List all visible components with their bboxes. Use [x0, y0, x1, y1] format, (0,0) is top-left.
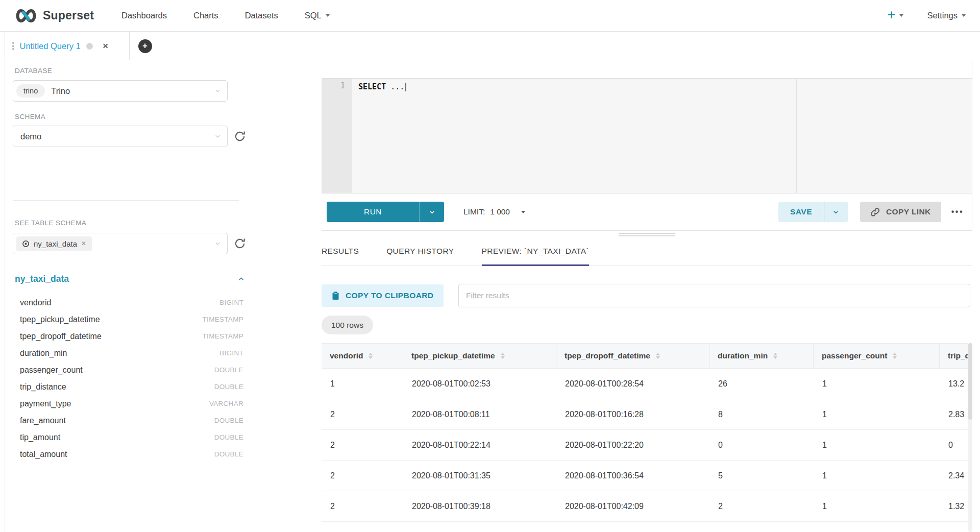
chevron-down-icon — [326, 14, 330, 17]
editor-gutter: 1 — [322, 79, 352, 193]
column-header-trip-distance[interactable]: trip_distance — [940, 344, 968, 368]
collapse-chevron-up-icon[interactable] — [237, 275, 246, 283]
table-row[interactable]: 2 2020-08-01T00:22:14 2020-08-01T00:22:2… — [322, 430, 968, 461]
main-nav: Dashboards Charts Datasets SQL — [121, 11, 330, 20]
table-schema-label: SEE TABLE SCHEMA — [15, 219, 86, 227]
sidebar-divider — [13, 200, 239, 201]
table-columns-list: vendoridBIGINT tpep_pickup_datetimeTIMES… — [13, 294, 243, 463]
copy-link-button[interactable]: COPY LINK — [860, 202, 941, 222]
sort-icon[interactable] — [501, 353, 505, 359]
run-options-button[interactable] — [419, 202, 444, 222]
more-actions-button[interactable]: ••• — [951, 207, 964, 216]
copy-to-clipboard-button[interactable]: COPY TO CLIPBOARD — [322, 284, 444, 307]
superset-sql-lab: Superset Dashboards Charts Datasets SQL … — [0, 0, 980, 532]
infinity-logo-icon — [14, 8, 38, 23]
tab-untitled-query[interactable]: Untitled Query 1 ✕ — [5, 32, 130, 60]
sql-editor[interactable]: 1 SELECT ... — [322, 78, 972, 194]
column-header-dropoff[interactable]: tpep_dropoff_datetime — [556, 344, 709, 368]
text-cursor — [405, 83, 406, 91]
schema-label: SCHEMA — [15, 113, 45, 120]
tab-label: Untitled Query 1 — [20, 41, 81, 51]
schema-column-row[interactable]: tpep_pickup_datetimeTIMESTAMP — [13, 311, 243, 328]
link-icon — [870, 207, 880, 217]
schema-column-row[interactable]: duration_minBIGINT — [13, 345, 243, 361]
schema-column-row[interactable]: total_amountDOUBLE — [13, 446, 243, 463]
table-row[interactable]: 2 2020-08-01T00:08:11 2020-08-01T00:16:2… — [322, 399, 968, 430]
column-header-pickup[interactable]: tpep_pickup_datetime — [403, 344, 556, 368]
sort-icon[interactable] — [893, 353, 897, 359]
schema-column-row[interactable]: tip_amountDOUBLE — [13, 429, 243, 446]
table-name: ny_taxi_data — [15, 274, 69, 284]
print-margin-line — [796, 79, 797, 193]
database-value: Trino — [51, 86, 70, 96]
settings-menu[interactable]: Settings — [927, 11, 966, 20]
tab-query-history[interactable]: QUERY HISTORY — [386, 247, 454, 265]
schema-value: demo — [20, 132, 41, 141]
limit-label: LIMIT: — [463, 207, 485, 216]
refresh-schemas-button[interactable] — [233, 129, 247, 143]
database-type-tag: trino — [16, 84, 45, 98]
sql-lab-sidebar: DATABASE trino Trino SCHEMA demo SEE TAB… — [5, 60, 317, 532]
sort-icon[interactable] — [369, 353, 373, 359]
schema-column-row[interactable]: passenger_countDOUBLE — [13, 361, 243, 378]
table-row[interactable]: 1 2020-08-01T00:02:53 2020-08-01T00:28:5… — [322, 369, 968, 399]
save-button[interactable]: SAVE — [778, 202, 824, 222]
chevron-down-icon — [214, 87, 222, 95]
add-tab-button[interactable]: + — [138, 39, 152, 53]
tab-preview-ny-taxi-data[interactable]: PREVIEW: `NY_TAXI_DATA` — [482, 247, 589, 265]
sort-icon[interactable] — [656, 353, 660, 359]
chevron-down-icon — [214, 133, 222, 140]
run-split-button: RUN — [327, 202, 444, 222]
nav-charts[interactable]: Charts — [193, 11, 218, 20]
table-schema-card-header[interactable]: ny_taxi_data — [15, 274, 246, 284]
remove-table-icon[interactable]: ✕ — [81, 240, 86, 247]
schema-select[interactable]: demo — [13, 126, 228, 147]
clipboard-icon — [332, 291, 339, 300]
close-tab-icon[interactable]: ✕ — [103, 42, 109, 50]
chevron-down-icon — [962, 14, 966, 17]
column-header-passenger-count[interactable]: passenger_count — [814, 344, 940, 368]
schema-column-row[interactable]: fare_amountDOUBLE — [13, 412, 243, 429]
scrollbar-thumb[interactable] — [968, 343, 972, 420]
table-row[interactable]: 2 2020-08-01T00:31:35 2020-08-01T00:36:5… — [322, 461, 968, 491]
sort-icon[interactable] — [773, 353, 777, 359]
editor-pane: 1 SELECT ... RUN LIMIT: 1 000 SAVE — [322, 60, 972, 231]
results-pane: RESULTS QUERY HISTORY PREVIEW: `NY_TAXI_… — [322, 231, 972, 532]
nav-dashboards[interactable]: Dashboards — [121, 11, 167, 20]
drag-handle-icon — [12, 42, 14, 50]
column-header-duration[interactable]: duration_min — [709, 344, 814, 368]
refresh-tables-button[interactable] — [233, 236, 247, 251]
schema-column-row[interactable]: tpep_dropoff_datetimeTIMESTAMP — [13, 328, 243, 345]
schema-column-row[interactable]: payment_typeVARCHAR — [13, 395, 243, 412]
limit-control: LIMIT: 1 000 — [463, 207, 525, 216]
selected-table-tag: ny_taxi_data ✕ — [16, 236, 92, 251]
chevron-down-icon — [214, 240, 222, 248]
filter-results-input[interactable] — [458, 284, 970, 307]
column-header-vendorid[interactable]: vendorid — [322, 344, 403, 368]
sql-code-rest: ... — [386, 82, 404, 91]
save-split-button: SAVE — [778, 202, 848, 222]
plus-icon: + — [888, 8, 896, 22]
schema-column-row[interactable]: vendoridBIGINT — [13, 294, 243, 311]
nav-datasets[interactable]: Datasets — [245, 11, 278, 20]
sql-code-line: SELECT ... — [358, 81, 972, 92]
results-scrollbar[interactable] — [968, 343, 972, 532]
results-table-header: vendorid tpep_pickup_datetime tpep_dropo… — [322, 343, 968, 369]
save-options-button[interactable] — [824, 202, 848, 222]
tab-state-indicator — [86, 43, 93, 50]
superset-logo[interactable]: Superset — [14, 8, 94, 23]
results-table: vendorid tpep_pickup_datetime tpep_dropo… — [322, 343, 968, 522]
database-select[interactable]: trino Trino — [13, 80, 228, 102]
schema-column-row[interactable]: trip_distanceDOUBLE — [13, 378, 243, 395]
top-navbar: Superset Dashboards Charts Datasets SQL … — [0, 0, 980, 32]
table-row[interactable]: 2 2020-08-01T00:39:18 2020-08-01T00:42:0… — [322, 491, 968, 522]
line-number: 1 — [340, 81, 345, 90]
table-select[interactable]: ny_taxi_data ✕ — [13, 233, 228, 254]
tab-results[interactable]: RESULTS — [322, 247, 359, 265]
results-tabs: RESULTS QUERY HISTORY PREVIEW: `NY_TAXI_… — [322, 231, 972, 266]
new-item-menu[interactable]: + — [888, 10, 904, 22]
run-button[interactable]: RUN — [327, 202, 419, 222]
nav-sql-menu[interactable]: SQL — [305, 11, 330, 20]
brand-name: Superset — [43, 9, 94, 22]
limit-dropdown-icon[interactable] — [521, 211, 525, 213]
